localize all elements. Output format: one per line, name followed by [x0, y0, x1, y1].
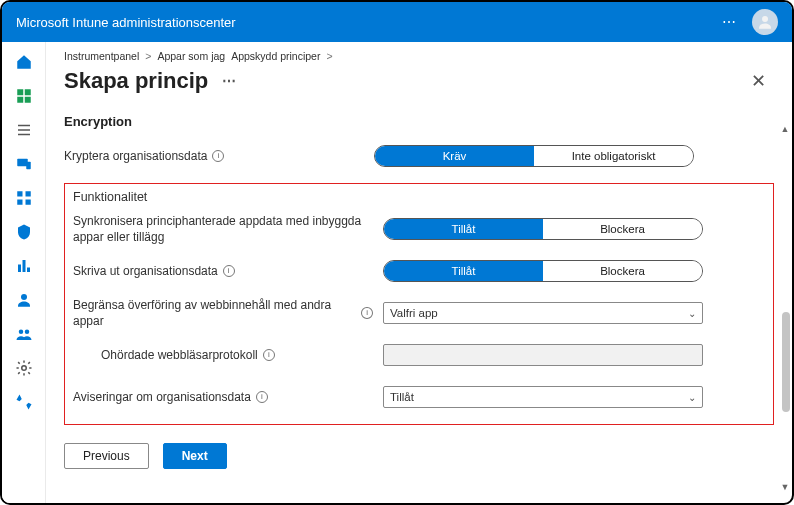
footer-buttons: Previous Next [64, 443, 774, 469]
segment-allow[interactable]: Tillåt [384, 261, 543, 281]
app-title: Microsoft Intune administrationscenter [16, 15, 236, 30]
control-browser-protocols [383, 344, 765, 366]
input-browser-protocols[interactable] [383, 344, 703, 366]
more-icon[interactable]: ⋯ [722, 14, 738, 30]
control-org-notifications: Tillåt ⌄ [383, 386, 765, 408]
select-restrict-app[interactable]: Valfri app ⌄ [383, 302, 703, 324]
segment-require[interactable]: Kräv [375, 146, 534, 166]
row-restrict-web-transfer: Begränsa överföring av webbinnehåll med … [73, 296, 765, 330]
page-title: Skapa princip [64, 68, 208, 94]
control-encrypt-org-data: Kräv Inte obligatoriskt [374, 145, 774, 167]
page-more-icon[interactable]: ⋯ [222, 73, 236, 89]
content: Instrumentpanel > Appar som jag Appskydd… [46, 42, 792, 503]
users-icon[interactable] [14, 290, 34, 310]
segment-allow[interactable]: Tillåt [384, 219, 543, 239]
breadcrumb-item[interactable]: Appar som jag [157, 50, 225, 62]
person-icon [756, 13, 774, 31]
control-print-org-data: Tillåt Blockera [383, 260, 765, 282]
svg-point-17 [21, 294, 27, 300]
svg-rect-8 [17, 159, 28, 167]
info-icon[interactable]: i [263, 349, 275, 361]
list-icon[interactable] [14, 120, 34, 140]
settings-icon[interactable] [14, 358, 34, 378]
segmented-encrypt: Kräv Inte obligatoriskt [374, 145, 694, 167]
svg-rect-13 [25, 200, 30, 205]
info-icon[interactable]: i [223, 265, 235, 277]
segmented-print: Tillåt Blockera [383, 260, 703, 282]
svg-point-0 [762, 16, 768, 22]
breadcrumb: Instrumentpanel > Appar som jag Appskydd… [64, 50, 774, 62]
dashboard-icon[interactable] [14, 86, 34, 106]
label-sync-app-data: Synkronisera principhanterade appdata me… [73, 213, 383, 245]
svg-rect-4 [24, 97, 30, 103]
tools-icon[interactable] [14, 392, 34, 412]
select-value: Valfri app [390, 307, 438, 319]
svg-rect-11 [25, 191, 30, 196]
heading-row: Skapa princip ⋯ ✕ [64, 66, 774, 96]
top-bar: Microsoft Intune administrationscenter ⋯ [2, 2, 792, 42]
control-restrict-web-transfer: Valfri app ⌄ [383, 302, 765, 324]
svg-rect-15 [22, 260, 25, 272]
label-org-notifications: Aviseringar om organisationsdata i [73, 389, 383, 405]
chevron-down-icon: ⌄ [688, 392, 696, 403]
app-window: Microsoft Intune administrationscenter ⋯… [0, 0, 794, 505]
segmented-sync: Tillåt Blockera [383, 218, 703, 240]
highlighted-functionality-box: Funktionalitet Synkronisera principhante… [64, 183, 774, 425]
devices-icon[interactable] [14, 154, 34, 174]
breadcrumb-item[interactable]: Instrumentpanel [64, 50, 139, 62]
svg-rect-10 [17, 191, 22, 196]
label-encrypt-org-data: Kryptera organisationsdata i [64, 148, 374, 164]
info-icon[interactable]: i [361, 307, 373, 319]
svg-rect-9 [26, 162, 31, 170]
row-browser-protocols: Ohördade webbläsarprotokoll i [73, 338, 765, 372]
form-area: Kryptera organisationsdata i Kräv Inte o… [64, 139, 774, 469]
scroll-down-icon[interactable]: ▼ [780, 482, 790, 492]
sidebar [2, 42, 46, 503]
avatar[interactable] [752, 9, 778, 35]
groups-icon[interactable] [14, 324, 34, 344]
top-bar-right: ⋯ [722, 9, 778, 35]
apps-icon[interactable] [14, 188, 34, 208]
svg-rect-12 [17, 200, 22, 205]
reports-icon[interactable] [14, 256, 34, 276]
label-print-org-data: Skriva ut organisationsdata i [73, 263, 383, 279]
control-sync-app-data: Tillåt Blockera [383, 218, 765, 240]
functionality-section-title: Funktionalitet [73, 190, 765, 204]
home-icon[interactable] [14, 52, 34, 72]
next-button[interactable]: Next [163, 443, 227, 469]
main-area: Instrumentpanel > Appar som jag Appskydd… [2, 42, 792, 503]
svg-point-18 [18, 330, 23, 335]
breadcrumb-item[interactable]: Appskydd principer [231, 50, 320, 62]
svg-point-19 [24, 330, 29, 335]
label-restrict-web-transfer: Begränsa överföring av webbinnehåll med … [73, 297, 383, 329]
segment-block[interactable]: Blockera [543, 261, 702, 281]
label-browser-protocols: Ohördade webbläsarprotokoll i [73, 347, 383, 363]
svg-point-20 [21, 366, 26, 371]
segment-not-required[interactable]: Inte obligatoriskt [534, 146, 693, 166]
scrollbar-thumb[interactable] [782, 312, 790, 412]
security-icon[interactable] [14, 222, 34, 242]
scroll-up-icon[interactable]: ▲ [780, 124, 790, 134]
svg-rect-3 [17, 97, 23, 103]
row-sync-app-data: Synkronisera principhanterade appdata me… [73, 212, 765, 246]
svg-rect-2 [24, 89, 30, 95]
svg-rect-14 [18, 265, 21, 273]
info-icon[interactable]: i [256, 391, 268, 403]
row-print-org-data: Skriva ut organisationsdata i Tillåt Blo… [73, 254, 765, 288]
row-org-notifications: Aviseringar om organisationsdata i Tillå… [73, 380, 765, 414]
page-title-row: Skapa princip ⋯ [64, 68, 236, 94]
info-icon[interactable]: i [212, 150, 224, 162]
row-encrypt-org-data: Kryptera organisationsdata i Kräv Inte o… [64, 139, 774, 173]
segment-block[interactable]: Blockera [543, 219, 702, 239]
close-icon[interactable]: ✕ [743, 66, 774, 96]
svg-rect-1 [17, 89, 23, 95]
previous-button[interactable]: Previous [64, 443, 149, 469]
select-value: Tillåt [390, 391, 414, 403]
svg-rect-16 [27, 268, 30, 273]
chevron-down-icon: ⌄ [688, 308, 696, 319]
encryption-section-title: Encryption [64, 114, 774, 129]
breadcrumb-sep: > [326, 50, 332, 62]
breadcrumb-sep: > [145, 50, 151, 62]
select-notifications[interactable]: Tillåt ⌄ [383, 386, 703, 408]
